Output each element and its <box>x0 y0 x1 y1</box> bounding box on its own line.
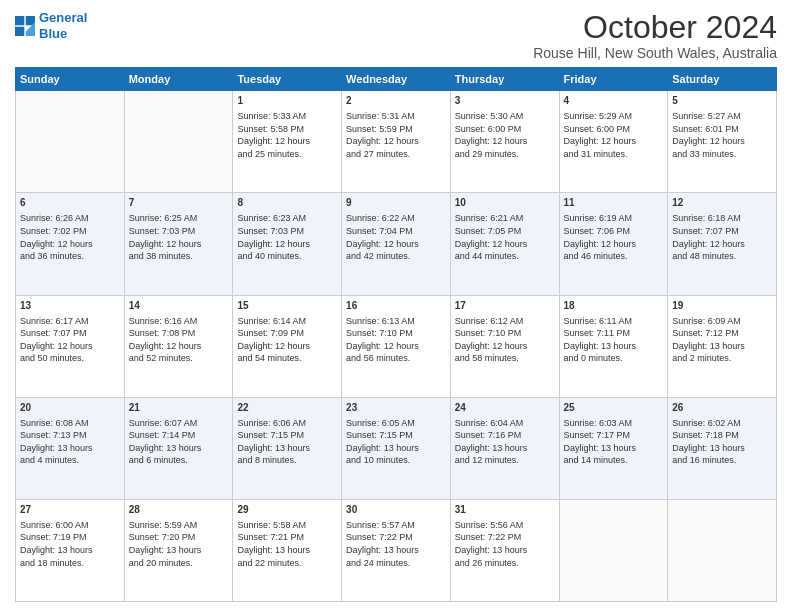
day-info-line: Sunset: 7:11 PM <box>564 327 664 340</box>
calendar-week-row: 20Sunrise: 6:08 AMSunset: 7:13 PMDayligh… <box>16 397 777 499</box>
day-number: 29 <box>237 503 337 517</box>
day-info-line: Sunrise: 5:59 AM <box>129 519 229 532</box>
day-number: 16 <box>346 299 446 313</box>
logo-line2: Blue <box>39 26 67 41</box>
day-info-line: Sunrise: 5:33 AM <box>237 110 337 123</box>
day-info-line: Sunrise: 5:56 AM <box>455 519 555 532</box>
day-info-line: Daylight: 13 hours <box>346 442 446 455</box>
day-number: 28 <box>129 503 229 517</box>
day-number: 23 <box>346 401 446 415</box>
day-info-line: Daylight: 12 hours <box>564 238 664 251</box>
table-row: 15Sunrise: 6:14 AMSunset: 7:09 PMDayligh… <box>233 295 342 397</box>
day-info-line: Daylight: 13 hours <box>20 442 120 455</box>
table-row: 11Sunrise: 6:19 AMSunset: 7:06 PMDayligh… <box>559 193 668 295</box>
day-info-line: and 16 minutes. <box>672 454 772 467</box>
day-info-line: Sunrise: 6:14 AM <box>237 315 337 328</box>
day-info-line: Daylight: 13 hours <box>455 544 555 557</box>
day-info-line: Sunset: 7:05 PM <box>455 225 555 238</box>
day-info-line: Sunset: 6:01 PM <box>672 123 772 136</box>
col-thursday: Thursday <box>450 68 559 91</box>
day-info-line: Sunset: 7:13 PM <box>20 429 120 442</box>
day-info-line: Sunrise: 6:17 AM <box>20 315 120 328</box>
day-info-line: and 50 minutes. <box>20 352 120 365</box>
day-info-line: and 0 minutes. <box>564 352 664 365</box>
main-title: October 2024 <box>533 10 777 45</box>
day-info-line: Sunset: 7:10 PM <box>346 327 446 340</box>
table-row: 2Sunrise: 5:31 AMSunset: 5:59 PMDaylight… <box>342 91 451 193</box>
calendar-week-row: 6Sunrise: 6:26 AMSunset: 7:02 PMDaylight… <box>16 193 777 295</box>
day-info-line: Sunset: 7:07 PM <box>20 327 120 340</box>
day-info-line: and 46 minutes. <box>564 250 664 263</box>
table-row: 31Sunrise: 5:56 AMSunset: 7:22 PMDayligh… <box>450 499 559 601</box>
calendar-week-row: 27Sunrise: 6:00 AMSunset: 7:19 PMDayligh… <box>16 499 777 601</box>
day-info-line: Sunrise: 6:26 AM <box>20 212 120 225</box>
table-row: 22Sunrise: 6:06 AMSunset: 7:15 PMDayligh… <box>233 397 342 499</box>
day-number: 7 <box>129 196 229 210</box>
day-info-line: Sunset: 5:58 PM <box>237 123 337 136</box>
day-info-line: and 31 minutes. <box>564 148 664 161</box>
day-info-line: Sunset: 7:07 PM <box>672 225 772 238</box>
svg-rect-0 <box>15 16 24 25</box>
day-info-line: Sunrise: 6:12 AM <box>455 315 555 328</box>
day-number: 21 <box>129 401 229 415</box>
day-info-line: Daylight: 13 hours <box>129 544 229 557</box>
day-info-line: Sunset: 7:21 PM <box>237 531 337 544</box>
day-info-line: and 18 minutes. <box>20 557 120 570</box>
day-info-line: Sunrise: 5:58 AM <box>237 519 337 532</box>
day-info-line: Sunrise: 6:05 AM <box>346 417 446 430</box>
day-info-line: Daylight: 12 hours <box>455 340 555 353</box>
day-info-line: Sunrise: 5:30 AM <box>455 110 555 123</box>
day-number: 13 <box>20 299 120 313</box>
day-info-line: Sunset: 7:06 PM <box>564 225 664 238</box>
day-info-line: and 36 minutes. <box>20 250 120 263</box>
day-number: 14 <box>129 299 229 313</box>
table-row <box>16 91 125 193</box>
day-number: 8 <box>237 196 337 210</box>
day-info-line: Sunrise: 6:25 AM <box>129 212 229 225</box>
day-info-line: and 40 minutes. <box>237 250 337 263</box>
logo-line1: General <box>39 10 87 25</box>
title-block: October 2024 Rouse Hill, New South Wales… <box>533 10 777 61</box>
day-info-line: and 58 minutes. <box>455 352 555 365</box>
day-number: 18 <box>564 299 664 313</box>
day-info-line: Sunrise: 5:27 AM <box>672 110 772 123</box>
day-info-line: Sunrise: 6:06 AM <box>237 417 337 430</box>
table-row: 10Sunrise: 6:21 AMSunset: 7:05 PMDayligh… <box>450 193 559 295</box>
day-info-line: Sunset: 7:09 PM <box>237 327 337 340</box>
day-info-line: and 10 minutes. <box>346 454 446 467</box>
table-row: 3Sunrise: 5:30 AMSunset: 6:00 PMDaylight… <box>450 91 559 193</box>
table-row: 25Sunrise: 6:03 AMSunset: 7:17 PMDayligh… <box>559 397 668 499</box>
day-info-line: Sunrise: 6:18 AM <box>672 212 772 225</box>
day-info-line: Sunset: 7:22 PM <box>346 531 446 544</box>
table-row: 9Sunrise: 6:22 AMSunset: 7:04 PMDaylight… <box>342 193 451 295</box>
day-info-line: Sunrise: 5:29 AM <box>564 110 664 123</box>
day-info-line: Sunrise: 6:08 AM <box>20 417 120 430</box>
day-number: 6 <box>20 196 120 210</box>
day-info-line: Sunrise: 6:16 AM <box>129 315 229 328</box>
day-info-line: and 42 minutes. <box>346 250 446 263</box>
day-info-line: Daylight: 13 hours <box>455 442 555 455</box>
table-row: 29Sunrise: 5:58 AMSunset: 7:21 PMDayligh… <box>233 499 342 601</box>
day-info-line: Daylight: 13 hours <box>564 442 664 455</box>
day-info-line: Daylight: 12 hours <box>455 238 555 251</box>
day-number: 15 <box>237 299 337 313</box>
calendar-week-row: 1Sunrise: 5:33 AMSunset: 5:58 PMDaylight… <box>16 91 777 193</box>
day-number: 24 <box>455 401 555 415</box>
table-row: 19Sunrise: 6:09 AMSunset: 7:12 PMDayligh… <box>668 295 777 397</box>
day-info-line: and 29 minutes. <box>455 148 555 161</box>
header: General Blue October 2024 Rouse Hill, Ne… <box>15 10 777 61</box>
table-row: 27Sunrise: 6:00 AMSunset: 7:19 PMDayligh… <box>16 499 125 601</box>
day-info-line: and 8 minutes. <box>237 454 337 467</box>
day-number: 19 <box>672 299 772 313</box>
day-info-line: and 4 minutes. <box>20 454 120 467</box>
day-info-line: Daylight: 12 hours <box>346 340 446 353</box>
logo: General Blue <box>15 10 87 41</box>
day-info-line: Daylight: 12 hours <box>672 135 772 148</box>
table-row <box>668 499 777 601</box>
day-info-line: and 26 minutes. <box>455 557 555 570</box>
day-info-line: and 6 minutes. <box>129 454 229 467</box>
day-number: 10 <box>455 196 555 210</box>
day-info-line: Sunset: 7:12 PM <box>672 327 772 340</box>
day-info-line: Sunset: 7:02 PM <box>20 225 120 238</box>
day-number: 3 <box>455 94 555 108</box>
